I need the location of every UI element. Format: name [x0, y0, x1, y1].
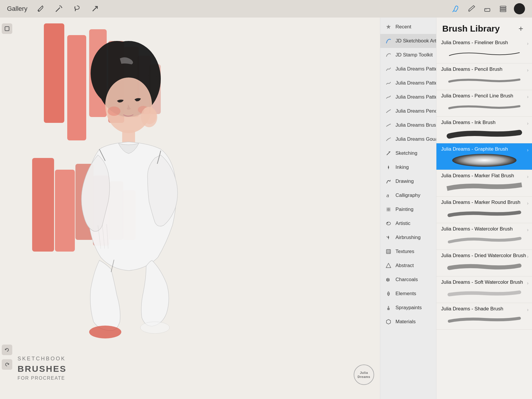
svg-marker-46: [388, 235, 389, 240]
brush-preview: [441, 314, 527, 326]
svg-line-30: [93, 6, 97, 11]
svg-point-20: [89, 326, 121, 338]
svg-rect-35: [500, 8, 506, 10]
svg-text:a: a: [386, 193, 389, 198]
category-label: Julia Dreams Brushes: [395, 122, 436, 128]
category-label: Spraypaints: [395, 305, 422, 311]
avatar[interactable]: [514, 3, 525, 14]
svg-rect-34: [500, 6, 506, 8]
eraser-tool-icon[interactable]: [482, 4, 492, 14]
add-brush-button[interactable]: +: [516, 23, 526, 34]
category-label: Inking: [395, 164, 409, 170]
brush-tool-icon[interactable]: [467, 4, 476, 14]
layers-icon[interactable]: [498, 4, 508, 14]
category-item-recent[interactable]: Recent: [380, 20, 436, 34]
brush-preview: [441, 260, 527, 273]
undo-button[interactable]: [2, 345, 12, 355]
category-item-julia-dreams-pattern-1[interactable]: Julia Dreams Pattern 1: [380, 90, 436, 104]
toolbar-left: Gallery: [7, 4, 100, 14]
svg-line-26: [56, 8, 60, 12]
category-label: Calligraphy: [395, 192, 420, 198]
category-icon: [385, 37, 392, 44]
category-item-abstract[interactable]: Abstract: [380, 259, 436, 273]
category-item-julia-dreams-brushes[interactable]: Julia Dreams Brushes: [380, 118, 436, 132]
category-item-jd-stamp-toolkit[interactable]: JD Stamp Toolkit: [380, 48, 436, 62]
category-icon: [385, 136, 392, 143]
category-item-julia-dreams-pencil[interactable]: Julia Dreams Pencil: [380, 104, 436, 118]
brush-preview: [441, 127, 527, 140]
brush-item[interactable]: › Julia Dreams - Dried Watercolor Brush: [436, 250, 532, 276]
svg-rect-48: [386, 250, 391, 254]
brush-item[interactable]: › Julia Dreams - Shade Brush: [436, 303, 532, 330]
script-icon[interactable]: [72, 4, 82, 14]
category-item-julia-dreams-pattern-3[interactable]: Julia Dreams Pattern 3: [380, 62, 436, 76]
brush-name: Julia Dreams - Marker Round Brush: [441, 200, 527, 205]
category-item-textures[interactable]: Textures: [380, 245, 436, 259]
category-icon: [385, 66, 392, 73]
category-item-julia-dreams-gouache[interactable]: Julia Dreams Gouache: [380, 132, 436, 146]
brush-library-panel: Recent JD Sketchbook Art JD Stamp Toolki…: [380, 18, 532, 399]
chevron-right-icon: ›: [527, 254, 528, 259]
brush-name: Julia Dreams - Pencil Brush: [441, 66, 527, 72]
category-label: Elements: [395, 291, 416, 297]
category-item-drawing[interactable]: Drawing: [380, 174, 436, 188]
category-label: Julia Dreams Pattern 2: [395, 80, 436, 86]
pen-tool-icon[interactable]: [451, 4, 461, 14]
category-item-elements[interactable]: Elements: [380, 287, 436, 301]
brush-item[interactable]: › Julia Dreams - Pencil Line Brush: [436, 90, 532, 117]
wand-icon[interactable]: [54, 4, 64, 14]
wrench-icon[interactable]: [36, 4, 46, 14]
arrow-icon[interactable]: [90, 4, 100, 14]
category-label: Drawing: [395, 178, 414, 184]
category-icon: [385, 122, 392, 129]
brush-item[interactable]: › Julia Dreams - Ink Brush: [436, 117, 532, 143]
svg-point-45: [387, 222, 388, 223]
svg-marker-38: [386, 25, 391, 29]
category-icon: [385, 318, 392, 325]
category-label: Julia Dreams Pattern 1: [395, 94, 436, 100]
category-item-inking[interactable]: Inking: [380, 160, 436, 174]
category-item-artistic[interactable]: Artistic: [380, 216, 436, 231]
brush-item[interactable]: › Julia Dreams - Graphite Brush: [436, 143, 532, 170]
category-label: Airbrushing: [395, 235, 421, 240]
julia-dreams-badge: Julia Dreams: [354, 364, 374, 385]
brush-name: Julia Dreams - Marker Flat Brush: [441, 173, 527, 179]
sidebar-square-button[interactable]: [2, 23, 12, 34]
category-item-sketching[interactable]: Sketching: [380, 146, 436, 160]
category-item-airbrushing[interactable]: Airbrushing: [380, 231, 436, 245]
brush-preview: [441, 234, 527, 247]
category-item-julia-dreams-pattern-2[interactable]: Julia Dreams Pattern 2: [380, 76, 436, 90]
chevron-right-icon: ›: [527, 147, 528, 153]
chevron-right-icon: ›: [527, 121, 528, 126]
brush-item[interactable]: › Julia Dreams - Marker Round Brush: [436, 197, 532, 223]
category-item-charcoals[interactable]: Charcoals: [380, 273, 436, 287]
brush-item[interactable]: › Julia Dreams - Pencil Brush: [436, 63, 532, 90]
brush-preview: [441, 74, 527, 87]
brush-preview: [441, 47, 527, 60]
brush-preview: [441, 207, 527, 220]
brush-name: Julia Dreams - Watercolor Brush: [441, 226, 527, 232]
svg-rect-36: [500, 10, 506, 12]
brush-item[interactable]: › Julia Dreams - Fineliner Brush: [436, 37, 532, 63]
category-icon: [385, 164, 392, 171]
category-icon: [385, 234, 392, 241]
brush-preview: [441, 154, 527, 167]
category-item-materials[interactable]: Materials: [380, 315, 436, 329]
svg-point-57: [388, 293, 389, 295]
category-icon: [385, 290, 392, 297]
gallery-button[interactable]: Gallery: [7, 5, 27, 13]
category-item-painting[interactable]: Painting: [380, 202, 436, 216]
category-icon: [385, 178, 392, 185]
category-item-calligraphy[interactable]: a Calligraphy: [380, 188, 436, 202]
left-sidebar: [0, 18, 14, 399]
brush-item[interactable]: › Julia Dreams - Soft Watercolor Brush: [436, 276, 532, 303]
top-toolbar: Gallery: [0, 0, 532, 18]
brush-item[interactable]: › Julia Dreams - Watercolor Brush: [436, 223, 532, 250]
watermark: Sketchbook Brushes for Procreate: [18, 355, 67, 381]
category-item-spraypaints[interactable]: Spraypaints: [380, 301, 436, 315]
redo-button[interactable]: [2, 359, 12, 370]
brush-preview: [441, 287, 527, 300]
brush-item[interactable]: › Julia Dreams - Marker Flat Brush: [436, 170, 532, 197]
category-item-jd-sketchbook-art[interactable]: JD Sketchbook Art: [380, 34, 436, 48]
svg-line-29: [61, 6, 62, 7]
